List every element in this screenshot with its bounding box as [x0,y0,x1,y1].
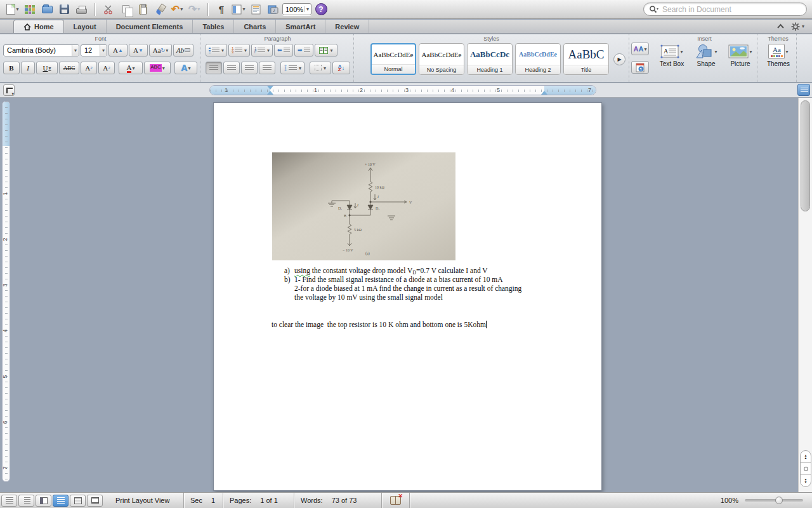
select-browse-object-button[interactable] [801,463,811,475]
redo-button[interactable]: ↷▾ [187,2,202,17]
align-left-icon [209,65,218,71]
columns-button[interactable]: ▾ [315,44,337,57]
sort-button[interactable]: AZ↓ [332,62,350,74]
tab-document-elements[interactable]: Document Elements [107,20,193,33]
insert-text-box-button[interactable]: A ▾ Text Box [656,44,688,67]
tab-stop-selector[interactable] [3,84,15,96]
collapse-ribbon-button[interactable] [776,23,785,29]
ruler-toggle-button[interactable] [797,84,810,96]
search-input[interactable]: Search in Document [643,3,807,16]
style-title[interactable]: AaBbCTitle [563,43,609,75]
subscript-button[interactable]: A2 [98,62,115,74]
numbering-button[interactable]: 123▾ [228,44,250,57]
font-name-select[interactable]: Cambria (Body)▾ [3,44,79,57]
underline-button[interactable]: U▾ [36,62,58,74]
tab-tables[interactable]: Tables [193,20,234,33]
hanging-indent-marker[interactable] [267,91,273,95]
style-heading-1[interactable]: AaBbCcDcHeading 1 [467,43,513,75]
show-document-button[interactable] [248,2,263,17]
print-layout-view-button[interactable] [53,495,69,507]
document-page[interactable]: + 10 V 10 kΩ I I D₁ D₂ B 5 kΩ − 10 V V (… [213,102,602,491]
highlight-button[interactable]: ABC▾ [144,62,171,74]
print-button[interactable] [74,2,89,17]
gallery-button[interactable] [22,2,37,17]
media-icon: ♪ [268,4,278,15]
vertical-ruler[interactable]: 1 2 3 4 5 6 7 [2,101,10,482]
grow-font-button[interactable]: A▲ [108,44,128,57]
horizontal-ruler[interactable]: 1 1 2 3 4 5 7 [209,85,596,95]
spelling-status[interactable] [382,493,410,508]
search-icon [649,5,658,13]
notebook-view-button[interactable] [70,495,86,507]
right-indent-marker[interactable] [541,91,547,95]
style-normal[interactable]: AaBbCcDdEeNormal [370,43,416,75]
align-right-button[interactable] [241,62,258,74]
open-button[interactable] [39,2,55,17]
ribbon-settings-button[interactable]: ▾ [791,22,804,31]
first-line-indent-marker[interactable] [267,86,273,90]
justify-button[interactable] [259,62,275,74]
style-no-spacing[interactable]: AaBbCcDdEeNo Spacing [419,43,464,75]
vertical-scrollbar[interactable]: ▲▲ ▼▼ [798,98,812,492]
zoom-select[interactable]: 100%▾ [282,3,311,15]
themes-button[interactable]: Aa ▾ Themes [763,44,794,67]
section-indicator[interactable]: Sec1 [184,493,223,508]
ruler-number: 3 [2,283,8,286]
media-browser-button[interactable]: ♪ [265,2,280,17]
decrease-indent-button[interactable]: ⬅ [274,44,293,57]
draft-view-button[interactable] [1,495,17,507]
tab-smartart[interactable]: SmartArt [276,20,325,33]
insert-picture-button[interactable]: ▾ Picture [724,44,756,67]
next-page-button[interactable]: ▼▼ [801,475,811,486]
new-document-button[interactable]: ▾ [5,2,20,17]
shrink-font-button[interactable]: A▼ [129,44,148,57]
style-guides-button[interactable]: ¶ [631,61,649,74]
align-center-button[interactable] [223,62,240,74]
style-heading-2[interactable]: AaBbCcDdEeHeading 2 [515,43,561,75]
cut-button[interactable] [101,2,116,17]
text-direction-button[interactable]: AA▾ [631,43,649,55]
paste-button[interactable] [135,2,150,17]
text-effects-button[interactable]: A▾ [174,62,197,74]
borders-button[interactable]: ▾ [310,62,331,74]
pages-indicator[interactable]: Pages:1 of 1 [223,493,294,508]
line-spacing-button[interactable]: ⇧⇩▾ [280,62,304,74]
format-painter-button[interactable] [152,2,167,17]
help-button[interactable]: ? [313,2,329,17]
word-count-indicator[interactable]: Words:73 of 73 [294,493,382,508]
shape-icon [695,44,714,59]
circuit-photo-image[interactable]: + 10 V 10 kΩ I I D₁ D₂ B 5 kΩ − 10 V V (… [272,152,455,260]
align-left-button[interactable] [206,62,222,74]
increase-indent-button[interactable]: ➡ [294,44,313,57]
scrollbar-thumb[interactable] [801,100,810,211]
save-button[interactable] [56,2,72,17]
zoom-slider[interactable] [745,499,803,502]
publishing-view-button[interactable] [36,495,51,507]
previous-page-button[interactable]: ▲▲ [801,451,811,463]
tab-layout[interactable]: Layout [64,20,107,33]
outline-view-button[interactable] [18,495,34,507]
tab-review[interactable]: Review [325,20,369,33]
bullets-button[interactable]: ▾ [206,44,227,57]
insert-shape-button[interactable]: ▾ Shape [690,44,722,67]
font-color-button[interactable]: A▾ [119,62,143,74]
undo-button[interactable]: ↶▾ [169,2,185,17]
change-case-button[interactable]: Aa↻▾ [149,44,172,57]
zoom-slider-knob[interactable] [775,497,783,504]
italic-button[interactable]: I [21,62,35,74]
bold-button[interactable]: B [3,62,20,74]
copy-button[interactable] [118,2,133,17]
view-name[interactable]: Print Layout View [109,493,184,508]
tab-charts[interactable]: Charts [234,20,276,33]
layout-view-button[interactable]: ▾ [231,2,246,17]
focus-view-button[interactable] [87,495,103,507]
text-run: the constant voltage drop model V [310,267,412,274]
multilevel-list-button[interactable]: 1ai▾ [251,44,273,57]
superscript-button[interactable]: A2 [81,62,97,74]
strikethrough-button[interactable]: ABC [59,62,79,74]
show-formatting-button[interactable]: ¶ [214,2,229,17]
styles-gallery-more-button[interactable]: ▶ [613,53,625,65]
font-size-select[interactable]: 12▾ [81,44,107,57]
tab-home[interactable]: Home [13,20,64,33]
clear-formatting-button[interactable]: Ab [173,44,193,57]
